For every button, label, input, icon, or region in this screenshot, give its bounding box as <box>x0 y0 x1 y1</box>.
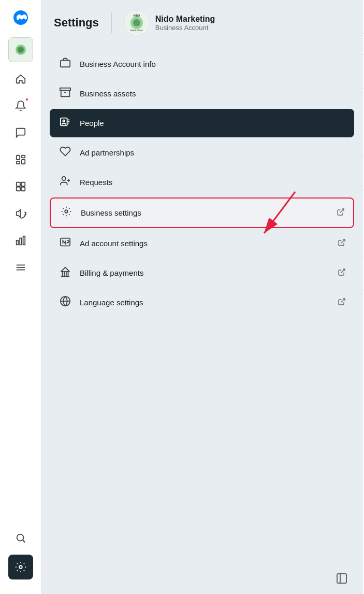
menu-label-requests: Requests <box>80 178 112 187</box>
menu-label-business-assets: Business assets <box>80 89 136 98</box>
svg-text:MARKETING: MARKETING <box>130 29 143 32</box>
menu-item-business-settings[interactable]: Business settings <box>50 197 354 228</box>
svg-point-31 <box>62 177 66 180</box>
menu-item-language-settings[interactable]: Language settings <box>50 288 354 317</box>
svg-rect-4 <box>21 155 24 158</box>
person-add-icon <box>58 175 72 189</box>
svg-line-18 <box>23 540 25 542</box>
megaphone-nav-icon[interactable] <box>8 201 33 226</box>
svg-line-35 <box>340 209 344 213</box>
search-bottom-icon[interactable] <box>8 526 33 550</box>
svg-line-47 <box>341 299 345 302</box>
svg-rect-6 <box>16 162 19 164</box>
business-info: NIDO MARKETING Nido Marketing Business A… <box>124 10 215 35</box>
menu-label-business-account-info: Business Account info <box>80 60 156 68</box>
svg-rect-10 <box>21 187 24 191</box>
ad-icon <box>58 236 72 250</box>
menu-label-ad-partnerships: Ad partnerships <box>80 148 134 157</box>
header-divider <box>111 12 112 33</box>
menu-label-people: People <box>80 119 104 128</box>
notification-dot <box>25 97 29 102</box>
svg-rect-48 <box>337 574 346 583</box>
gear-icon <box>59 206 74 220</box>
menu-item-requests[interactable]: Requests <box>50 168 354 196</box>
menu-item-people[interactable]: People <box>50 109 354 137</box>
analytics-nav-icon[interactable] <box>8 228 33 253</box>
svg-rect-9 <box>16 187 20 191</box>
svg-point-30 <box>63 120 65 122</box>
settings-menu: Business Account info Business assets <box>41 46 362 563</box>
menu-item-ad-partnerships[interactable]: Ad partnerships <box>50 138 354 167</box>
menu-item-business-account-info[interactable]: Business Account info <box>50 50 354 78</box>
person-tag-icon <box>58 116 72 130</box>
bank-icon <box>58 266 72 280</box>
archive-icon <box>58 87 72 101</box>
account-avatar[interactable] <box>8 37 33 62</box>
external-link-icon-business-settings <box>337 208 345 218</box>
menu-item-ad-account-settings[interactable]: Ad account settings <box>50 229 354 258</box>
business-name: Nido Marketing <box>155 15 215 24</box>
business-logo: NIDO MARKETING <box>124 10 149 35</box>
settings-header: Settings NIDO MARKETING Nido Marketing B… <box>41 0 362 46</box>
settings-bottom-icon[interactable] <box>8 555 33 579</box>
svg-rect-27 <box>60 88 70 91</box>
svg-line-44 <box>341 269 345 273</box>
settings-title: Settings <box>54 16 99 30</box>
bell-nav-icon[interactable] <box>8 93 33 118</box>
home-nav-icon[interactable] <box>8 66 33 91</box>
globe-icon <box>58 295 72 309</box>
business-text: Nido Marketing Business Account <box>155 15 215 32</box>
settings-panel: Settings NIDO MARKETING Nido Marketing B… <box>41 0 362 594</box>
external-link-icon-ad-account <box>338 238 346 249</box>
svg-line-37 <box>341 239 345 243</box>
svg-point-17 <box>17 534 23 541</box>
meta-logo <box>9 6 32 29</box>
svg-rect-7 <box>16 182 20 186</box>
menu-item-business-assets[interactable]: Business assets <box>50 79 354 108</box>
menu-nav-icon[interactable] <box>8 255 33 280</box>
svg-rect-11 <box>16 241 18 245</box>
svg-rect-3 <box>16 155 19 160</box>
svg-text:NIDO: NIDO <box>134 14 140 17</box>
menu-label-language-settings: Language settings <box>80 298 143 307</box>
menu-item-billing-payments[interactable]: Billing & payments <box>50 259 354 287</box>
handshake-icon <box>58 146 72 160</box>
external-link-icon-billing <box>338 268 346 278</box>
menu-label-billing-payments: Billing & payments <box>80 268 143 277</box>
svg-rect-25 <box>61 60 70 67</box>
svg-point-19 <box>19 565 22 569</box>
svg-rect-8 <box>21 182 24 186</box>
svg-rect-13 <box>23 236 25 245</box>
chat-nav-icon[interactable] <box>8 120 33 145</box>
svg-rect-5 <box>21 160 24 164</box>
external-link-icon-language <box>338 298 346 308</box>
svg-point-2 <box>18 47 24 53</box>
sidebar-left <box>0 0 41 594</box>
business-type: Business Account <box>155 24 215 32</box>
svg-rect-12 <box>20 238 22 245</box>
pages-nav-icon[interactable] <box>8 147 33 172</box>
briefcase-icon <box>58 57 72 71</box>
svg-point-22 <box>133 19 140 26</box>
menu-label-business-settings: Business settings <box>81 208 141 217</box>
svg-point-34 <box>65 210 68 213</box>
menu-label-ad-account-settings: Ad account settings <box>80 239 148 248</box>
collapse-icon[interactable] <box>329 569 354 588</box>
settings-bottom-bar <box>41 563 362 594</box>
grid-nav-icon[interactable] <box>8 174 33 199</box>
